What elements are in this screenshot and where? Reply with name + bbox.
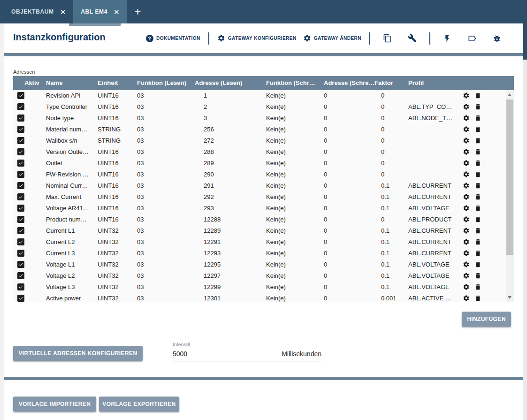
row-faktor: 0 (381, 135, 384, 146)
debug-button[interactable] (493, 34, 501, 43)
row-settings-button[interactable] (463, 103, 470, 111)
add-tab-button[interactable]: + (127, 0, 148, 23)
row-settings-button[interactable] (463, 227, 470, 235)
page-scrollbar-thumb[interactable] (523, 23, 527, 60)
scroll-down-arrow-icon[interactable] (508, 296, 512, 299)
row-settings-button[interactable] (463, 238, 470, 246)
row-settings-button[interactable] (463, 216, 470, 223)
row-checkbox[interactable] (17, 115, 24, 122)
row-checkbox[interactable] (17, 171, 24, 178)
row-checkbox[interactable] (17, 126, 24, 133)
row-settings-button[interactable] (463, 182, 470, 190)
row-delete-button[interactable] (474, 238, 482, 246)
row-funktion-schreiben: Kein(e) (266, 259, 286, 270)
close-icon[interactable]: ✕ (60, 8, 66, 15)
row-settings-button[interactable] (463, 115, 470, 122)
gateway-konfigurieren-button[interactable]: GATEWAY KONFIGURIEREN (217, 34, 297, 42)
tools-button[interactable] (408, 34, 417, 43)
row-einheit: UINT16 (98, 90, 119, 101)
row-delete-button[interactable] (474, 148, 482, 156)
vorlage-exportieren-button[interactable]: VORLAGE EXPORTIEREN (99, 397, 179, 412)
dokumentation-button[interactable]: ? DOKUMENTATION (146, 35, 200, 42)
gateway-aendern-button[interactable]: GATEWAY ÄNDERN (303, 34, 361, 42)
table-row: Node type UINT16 03 3 Kein(e) 0 0 ABL.NO… (13, 113, 506, 124)
row-settings-button[interactable] (463, 250, 470, 257)
table-scrollbar-thumb[interactable] (506, 99, 513, 255)
row-delete-button[interactable] (474, 295, 482, 302)
row-funktion-schreiben: Kein(e) (266, 282, 286, 293)
row-delete-button[interactable] (474, 126, 482, 133)
row-einheit: UINT16 (98, 101, 119, 113)
row-delete-button[interactable] (474, 103, 482, 111)
row-faktor: 0.1 (381, 282, 390, 293)
row-settings-button[interactable] (463, 148, 470, 156)
row-checkbox[interactable] (17, 272, 24, 279)
row-delete-button[interactable] (474, 115, 482, 122)
row-delete-button[interactable] (474, 261, 482, 268)
interval-input[interactable]: 5000 (173, 350, 187, 358)
table-scrollbar[interactable] (506, 90, 514, 302)
row-settings-button[interactable] (463, 126, 470, 133)
check-icon (18, 183, 23, 188)
row-checkbox[interactable] (17, 261, 24, 268)
vorlage-importieren-button[interactable]: VORLAGE IMPORTIEREN (13, 397, 96, 412)
row-settings-button[interactable] (463, 92, 470, 99)
row-checkbox[interactable] (17, 283, 24, 290)
row-delete-button[interactable] (474, 92, 482, 99)
row-checkbox[interactable] (17, 148, 24, 155)
row-delete-button[interactable] (474, 205, 482, 212)
page-scrollbar[interactable] (523, 0, 527, 420)
row-delete-button[interactable] (474, 283, 482, 291)
row-delete-button[interactable] (474, 137, 482, 145)
trash-icon (474, 216, 481, 223)
tab-objektbaum[interactable]: OBJEKTBAUM ✕ (4, 0, 73, 23)
row-checkbox[interactable] (17, 227, 24, 234)
row-delete-button[interactable] (474, 216, 482, 223)
row-checkbox[interactable] (17, 216, 24, 223)
tag-button[interactable] (467, 34, 477, 43)
row-settings-button[interactable] (463, 295, 470, 302)
row-settings-button[interactable] (463, 283, 470, 291)
copy-button[interactable] (383, 34, 392, 43)
tab-abl-em4[interactable]: ABL EM4 ✕ (73, 0, 127, 23)
row-delete-button[interactable] (474, 171, 482, 178)
row-delete-button[interactable] (474, 272, 482, 280)
row-delete-button[interactable] (474, 227, 482, 235)
row-settings-button[interactable] (463, 160, 470, 167)
hinzufuegen-button[interactable]: HINZUFÜGEN (462, 312, 511, 327)
row-settings-button[interactable] (463, 261, 470, 268)
row-checkbox[interactable] (17, 160, 24, 167)
row-name: Version Outle… (46, 146, 89, 158)
row-settings-button[interactable] (463, 193, 470, 201)
row-faktor: 0.1 (381, 180, 390, 191)
row-faktor: 0.1 (381, 248, 390, 259)
row-settings-button[interactable] (463, 272, 470, 280)
row-delete-button[interactable] (474, 193, 482, 201)
gear-icon (463, 283, 470, 290)
row-delete-button[interactable] (474, 160, 482, 167)
table-row: Material num… STRING 03 256 Kein(e) 0 0 (13, 124, 506, 135)
row-checkbox[interactable] (17, 182, 24, 189)
row-checkbox[interactable] (17, 193, 24, 200)
row-delete-button[interactable] (474, 250, 482, 257)
row-settings-button[interactable] (463, 171, 470, 178)
row-delete-button[interactable] (474, 182, 482, 190)
row-checkbox[interactable] (17, 92, 24, 99)
row-checkbox[interactable] (17, 238, 24, 245)
row-adresse-schreiben: 0 (324, 135, 327, 146)
row-checkbox[interactable] (17, 137, 24, 144)
row-name: Voltage L2 (46, 270, 75, 282)
row-checkbox[interactable] (17, 295, 24, 302)
virtuelle-adressen-button[interactable]: VIRTUELLE ADRESSEN KONFIGURIEREN (13, 346, 143, 361)
scroll-up-arrow-icon[interactable] (508, 93, 512, 96)
row-funktion-lesen: 03 (137, 146, 144, 158)
row-checkbox[interactable] (17, 103, 24, 110)
row-checkbox[interactable] (17, 205, 24, 212)
row-settings-button[interactable] (463, 137, 470, 145)
row-settings-button[interactable] (463, 205, 470, 212)
toolbar-divider (208, 32, 209, 45)
close-icon[interactable]: ✕ (114, 8, 120, 15)
live-values-button[interactable] (443, 34, 451, 43)
gear-icon (463, 115, 470, 122)
row-checkbox[interactable] (17, 250, 24, 257)
